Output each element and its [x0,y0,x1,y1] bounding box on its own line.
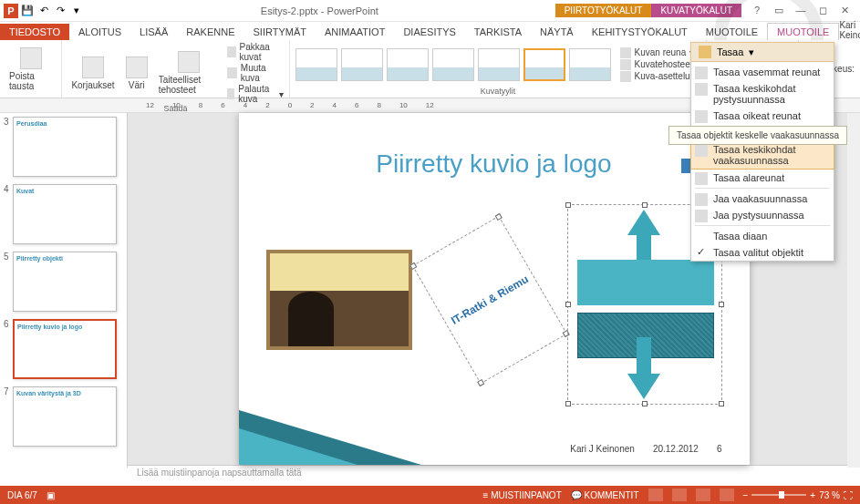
slide-thumb-6[interactable]: 6Piirretty kuvio ja logo [4,319,123,379]
compress-pictures-button[interactable]: Pakkaa kuvat [227,42,284,62]
align-bottom-icon [695,172,708,185]
picture-border-button[interactable]: Kuvan reuna ▾ [620,47,701,58]
document-title: Esitys-2.pptx - PowerPoint [84,5,555,16]
slide-thumb-7[interactable]: 7Kuvan väritystä ja 3D [4,386,123,447]
tab-home[interactable]: ALOITUS [69,24,130,40]
tab-view[interactable]: NÄYTÄ [531,24,583,40]
app-icon: P [4,4,18,18]
tab-developer[interactable]: KEHITYSTYÖKALUT [583,24,697,40]
arrow-up-shape[interactable] [627,210,660,235]
picture-layout-button[interactable]: Kuva-asettelu ▾ [620,71,701,82]
effects-icon [620,59,631,70]
remove-background-button[interactable]: Poista tausta [5,46,56,93]
distribute-v-icon [695,210,708,222]
distribute-h-item[interactable]: Jaa vaakasuunnassa [691,190,834,207]
rotated-textbox-selected[interactable]: IT-Ratki & Riemu [411,216,566,385]
style-thumb[interactable] [387,48,429,81]
tab-transitions[interactable]: SIIRTYMÄT [243,24,315,40]
picture-effects-button[interactable]: Kuvatehosteet ▾ [620,59,701,70]
tab-review[interactable]: TARKISTA [465,24,531,40]
notes-toggle-button[interactable]: ≡ MUISTIINPANOT [483,490,562,500]
align-icon [699,46,711,58]
tab-file[interactable]: TIEDOSTO [0,24,69,40]
reset-icon [227,88,234,99]
fit-to-window-icon[interactable]: ⛶ [844,490,853,500]
rotated-text: IT-Ratki & Riemu [449,273,531,327]
group-label-styles: Kuvatyylit [295,87,701,96]
footer-page: 6 [717,444,722,454]
status-bar: DIA 6/7 ▣ ≡ MUISTIINPANOT 💬 KOMMENTIT −+… [0,486,860,504]
picture-styles-gallery[interactable] [295,48,611,81]
reset-picture-button[interactable]: Palauta kuva ▾ [227,84,284,104]
slide-picture[interactable] [266,250,412,350]
zoom-slider[interactable]: −+ 73 % ⛶ [743,490,853,500]
border-icon [620,47,631,58]
align-left-item[interactable]: Tasaa vasemmat reunat [691,64,834,80]
align-dropdown: Tasaa ▾ Tasaa vasemmat reunat Tasaa kesk… [690,42,834,262]
slide-thumb-4[interactable]: 4Kuvat [4,184,123,244]
slide-footer: Kari J Keinonen 20.12.2012 6 [239,444,750,454]
compress-icon [227,46,236,57]
redo-icon[interactable]: ↷ [53,4,67,18]
align-center-h-icon [695,144,708,157]
layout-icon [620,71,631,82]
style-thumb-selected[interactable] [523,48,565,81]
footer-date: 20.12.2012 [653,444,699,454]
arrow-down-shape[interactable] [627,374,660,399]
align-selected-item[interactable]: Tasaa valitut objektit [691,244,834,261]
style-thumb[interactable] [295,48,337,81]
align-right-icon [695,110,708,123]
footer-author: Kari J Keinonen [570,444,635,454]
slide-counter[interactable]: DIA 6/7 [7,490,37,500]
group-label-adjust: Säädä [67,104,283,113]
undo-icon[interactable]: ↶ [36,4,51,18]
distribute-h-icon [695,193,708,206]
slide-canvas[interactable]: Piirretty kuvio ja logo IT-Ratki IT-Ratk… [239,113,750,465]
style-thumb[interactable] [478,48,520,81]
align-bottom-item[interactable]: Tasaa alareunat [691,170,834,186]
change-picture-icon [227,67,237,78]
contextual-tab-drawing[interactable]: PIIRTOTYÖKALUT [555,4,652,17]
slideshow-view-icon[interactable] [720,489,734,501]
style-thumb[interactable] [341,48,383,81]
notes-pane[interactable]: Lisää muistiinpanoja napsauttamalla tätä [128,465,860,479]
distribute-v-item[interactable]: Jaa pystysuunnassa [691,207,834,223]
tab-design[interactable]: RAKENNE [177,24,243,40]
style-thumb[interactable] [569,48,611,81]
tab-insert[interactable]: LISÄÄ [130,24,177,40]
change-picture-button[interactable]: Muuta kuva [227,63,284,83]
reading-view-icon[interactable] [696,489,710,501]
rect-shape-light[interactable] [577,260,714,305]
tab-slideshow[interactable]: DIAESITYS [394,24,464,40]
slide-thumb-5[interactable]: 5Piirretty objekti [4,252,123,312]
align-left-icon [695,67,708,79]
corrections-button[interactable]: Korjaukset [67,55,118,92]
align-right-item[interactable]: Tasaa oikeat reunat [691,108,834,124]
align-center-v-item[interactable]: Tasaa keskikohdat pystysuunnassa [691,80,834,108]
spell-check-icon[interactable]: ▣ [47,490,55,500]
slide-thumbnails-panel[interactable]: 3Perusdiaa 4Kuvat 5Piirretty objekti 6Pi… [0,113,128,468]
vertical-scrollbar[interactable] [847,113,860,468]
tab-animations[interactable]: ANIMAATIOT [316,24,394,40]
align-to-slide-item[interactable]: Tasaa diaan [691,228,834,244]
sorter-view-icon[interactable] [672,489,687,501]
align-dropdown-header[interactable]: Tasaa ▾ [690,42,834,62]
slide-title[interactable]: Piirretty kuvio ja logo [266,149,722,179]
save-icon[interactable]: 💾 [20,4,35,18]
qat-icon[interactable]: ▾ [69,4,84,18]
align-tooltip: Tasaa objektit keskelle vaakasuunnassa [668,126,847,145]
style-thumb[interactable] [432,48,474,81]
artistic-effects-button[interactable]: Taiteelliset tehosteet [155,49,223,97]
normal-view-icon[interactable] [648,489,663,501]
comments-toggle-button[interactable]: 💬 KOMMENTIT [571,490,639,500]
zoom-value[interactable]: 73 % [819,490,840,500]
slide-thumb-3[interactable]: 3Perusdiaa [4,117,123,177]
align-center-v-icon [695,83,708,96]
color-button[interactable]: Väri [122,55,151,92]
